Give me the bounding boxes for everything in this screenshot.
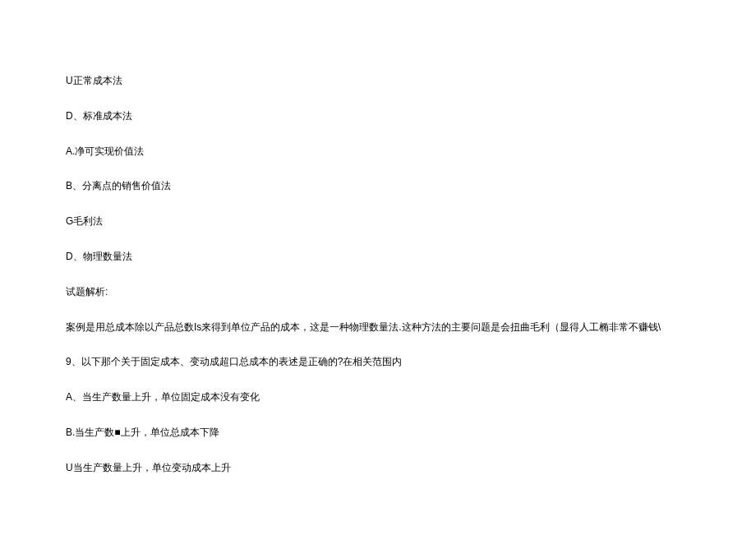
analysis-text: 案例是用总成本除以产品总数Is来得到单位产品的成本，这是一种物理数量法.这种方法…: [66, 321, 690, 334]
option-line-u-variable-cost: U当生产数量上升，单位变动成本上升: [66, 461, 690, 475]
option-line-b-total-cost: B.当生产数■上升，单位总成本下降: [66, 426, 690, 440]
option-line-a-net-realizable: A.净可实现价值法: [66, 145, 690, 159]
option-line-g-gross-profit: G毛利法: [66, 214, 690, 228]
option-line-u-normal-cost: U正常成本法: [66, 74, 690, 88]
option-line-b-sales-value: B、分离点的销售价值法: [66, 179, 690, 193]
analysis-header: 试题解析:: [66, 285, 690, 299]
question-9: 9、以下那个关于固定成本、变动成超口总成本的表述是正确的?在相关范围内: [66, 355, 690, 369]
option-line-d-standard-cost: D、标准成本法: [66, 109, 690, 123]
option-line-a-fixed-cost: A、当生产数量上升，单位固定成本没有变化: [66, 390, 690, 404]
option-line-d-physical-quantity: D、物理数量法: [66, 250, 690, 264]
